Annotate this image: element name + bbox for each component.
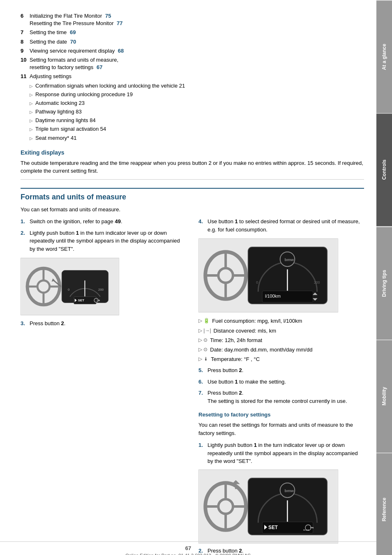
sidebar-tab-mobility[interactable]: Mobility [376,340,392,453]
svg-text:200: 200 [314,280,320,284]
formats-intro: You can set formats and units of measure… [21,206,364,214]
step-1: 1. Switch on the ignition, refer to page… [21,217,186,226]
feature-time: ▷ ⊙ Time: 12h, 24h format [198,337,364,344]
page-footer: 67 Online Edition for Part no. 01 41 2 6… [0,541,376,555]
svg-text:SET: SET [268,525,278,530]
cluster-svg-left: 0 200 SET [21,258,119,315]
step-7: 7. Press button 2. The setting is stored… [198,389,364,405]
instrument-cluster-resetting: bmw SET [198,469,338,543]
sub-item-daytime-running: ▷ Daytime running lights 84 [30,117,364,124]
exiting-displays-text: The outside temperature reading and the … [21,159,364,175]
svg-point-57 [307,530,309,531]
sub-list-adjusting: ▷ Confirmation signals when locking and … [30,82,364,142]
cluster-svg-reset: bmw SET [199,470,338,543]
footer-copyright: Online Edition for Part no. 01 41 2 603 … [125,553,251,555]
resetting-steps: 1. Lightly push button 1 in the turn ind… [198,441,364,465]
svg-text:0: 0 [256,280,258,284]
cluster-svg-right: 0 200 l/100km bmw [199,239,338,312]
exiting-displays-section: Exiting displays The outside temperature… [21,149,364,175]
feature-fuel: ▷ 🔋 Fuel consumption: mpg, km/l, l/100km [198,317,364,325]
svg-point-56 [305,530,307,531]
sub-item-confirmation: ▷ Confirmation signals when locking and … [30,82,364,90]
top-numbered-list: 6 Initializing the Flat Tire Monitor 75 … [21,12,364,142]
list-item-6: 6 Initializing the Flat Tire Monitor 75 … [21,12,364,27]
instrument-cluster-image-right: 0 200 l/100km bmw [198,238,338,312]
sidebar-tab-reference[interactable]: Reference [376,453,392,555]
formats-two-col: 1. Switch on the ignition, refer to page… [21,217,364,553]
sidebar-right: At a glance Controls Driving tips Mobili… [376,0,392,555]
svg-text:200: 200 [98,288,104,291]
step-3-container: 3. Press button 2. [21,320,186,326]
steps-5-7: 5. Press button 2. 6. Use button 1 to ma… [198,366,364,405]
step-6: 6. Use button 1 to make the setting. [198,378,364,386]
page-number: 67 [0,545,376,551]
exiting-displays-heading: Exiting displays [21,149,364,156]
list-item-7: 7 Setting the time 69 [21,29,364,36]
sub-item-automatic-locking: ▷ Automatic locking 23 [30,99,364,107]
resetting-step-1: 1. Lightly push button 1 in the turn ind… [198,441,364,465]
sub-item-triple-turn: ▷ Triple turn signal activation 54 [30,125,364,133]
svg-rect-16 [99,300,99,301]
svg-point-55 [304,530,305,531]
steps-list-left: 1. Switch on the ignition, refer to page… [21,217,186,253]
resetting-heading: Resetting to factory settings [198,412,364,418]
step-5: 5. Press button 2. [198,366,364,375]
sidebar-tab-controls[interactable]: Controls [376,113,392,226]
list-item-11: 11 Adjusting settings [21,73,364,80]
list-item-8: 8 Setting the date 70 [21,38,364,46]
sub-item-response: ▷ Response during unlocking procedure 19 [30,91,364,98]
list-item-10: 10 Setting formats and units of measure,… [21,56,364,71]
step-2: 2. Lightly push button 1 in the turn ind… [21,229,186,253]
section-divider [21,179,364,180]
instrument-cluster-image-left: 0 200 SET [21,258,119,315]
sidebar-tab-at-a-glance[interactable]: At a glance [376,0,392,113]
svg-text:l/100km: l/100km [265,294,281,299]
svg-rect-11 [74,297,96,304]
sub-item-seat-memory: ▷ Seat memory* 41 [30,134,364,142]
feature-distance: ▷ |→| Distance covered: mls, km [198,327,364,335]
formats-section-title: Formats and units of measure [21,188,364,201]
svg-rect-54 [313,527,314,528]
svg-text:bmw: bmw [285,258,294,262]
step-4: 4. Use button 1 to select desired format… [198,217,364,234]
svg-text:bmw: bmw [285,488,294,493]
sub-item-pathway-lighting: ▷ Pathway lighting 83 [30,108,364,116]
feature-list: ▷ 🔋 Fuel consumption: mpg, km/l, l/100km… [198,317,364,363]
formats-right-col: 4. Use button 1 to select desired format… [198,217,364,553]
feature-temp: ▷ 🌡 Temperature: °F , °C [198,356,364,363]
formats-left-col: 1. Switch on the ignition, refer to page… [21,217,186,553]
steps-list-right: 4. Use button 1 to select desired format… [198,217,364,234]
feature-date: ▷ ⊙ Date: day.month dd.mm, month/day mm/… [198,346,364,354]
sidebar-tab-driving-tips[interactable]: Driving tips [376,227,392,340]
svg-text:0: 0 [68,288,70,291]
list-item-9: 9 Viewing service requirement display 68 [21,47,364,55]
svg-rect-44 [235,484,237,489]
svg-text:SET: SET [78,299,85,303]
resetting-intro: You can reset the settings for formats a… [198,421,364,437]
